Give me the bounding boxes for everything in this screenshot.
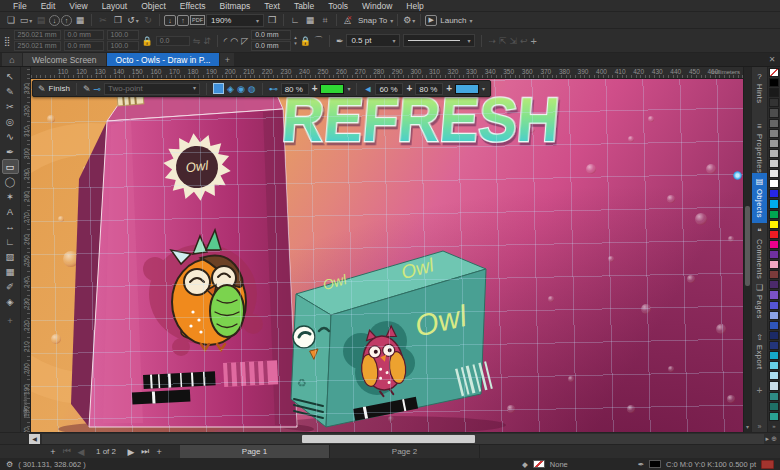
fill-preset-combo[interactable]: Two-point▾ bbox=[104, 83, 200, 95]
dimension-tool[interactable]: ↔ bbox=[2, 219, 19, 234]
mirror-horizontal-icon[interactable]: ⇋ bbox=[193, 36, 201, 46]
new-tab-button[interactable]: + bbox=[220, 53, 234, 66]
docker-expand-icon[interactable]: » bbox=[758, 423, 762, 432]
docker-close-icon[interactable]: ✕ bbox=[764, 53, 780, 66]
palette-swatch-10[interactable] bbox=[769, 179, 779, 188]
freehand-tool[interactable]: ∿ bbox=[2, 129, 19, 144]
lock-ratio-icon[interactable]: 🔒 bbox=[142, 36, 153, 46]
palette-swatch-22[interactable] bbox=[769, 301, 779, 310]
publish-pdf-button[interactable]: PDF bbox=[190, 15, 205, 25]
fill-nodes-icon[interactable]: ⊸ bbox=[93, 84, 101, 94]
node-opacity-2-field[interactable]: 60 % bbox=[375, 83, 403, 95]
undo-button[interactable]: ↺▾ bbox=[126, 13, 140, 27]
palette-swatch-0[interactable] bbox=[769, 78, 779, 87]
rulers-toggle-button[interactable]: ∟ bbox=[288, 13, 302, 27]
corner-radius-1-field[interactable]: 0.0 mm bbox=[251, 30, 291, 40]
palette-swatch-24[interactable] bbox=[769, 321, 779, 330]
page-tab-2[interactable]: Page 2 bbox=[330, 445, 480, 458]
palette-swatch-27[interactable] bbox=[769, 351, 779, 360]
tab-document-active[interactable]: Octo - Owls - Draw in P... bbox=[107, 53, 220, 66]
horizontal-scrollbar[interactable] bbox=[42, 434, 764, 444]
ellipse-tool[interactable]: ◯ bbox=[2, 174, 19, 189]
add-page-button-left[interactable]: + bbox=[46, 447, 60, 457]
convert-curves-icon[interactable]: ↩ bbox=[520, 36, 528, 46]
elliptical-fountain-fill-icon[interactable]: ◉ bbox=[237, 84, 245, 94]
text-tool[interactable]: A bbox=[2, 204, 19, 219]
palette-swatch-18[interactable] bbox=[769, 260, 779, 269]
scroll-right-button[interactable]: ▸ bbox=[766, 435, 770, 443]
palette-swatch-26[interactable] bbox=[769, 341, 779, 350]
snap-to-label[interactable]: Snap To bbox=[356, 16, 389, 25]
uniform-fill-icon[interactable] bbox=[213, 83, 224, 94]
horizontal-ruler[interactable]: millimeters 1101201301401501601701801902… bbox=[31, 67, 743, 79]
menu-table[interactable]: Table bbox=[287, 1, 321, 11]
node-opacity-1-field[interactable]: 80 % bbox=[281, 83, 309, 95]
to-back-icon[interactable]: ⇲ bbox=[510, 36, 518, 46]
palette-swatch-31[interactable] bbox=[769, 392, 779, 401]
export-button[interactable]: ↑ bbox=[177, 15, 189, 26]
node-opacity-3-field[interactable]: 80 % bbox=[415, 83, 443, 95]
palette-swatch-1[interactable] bbox=[769, 88, 779, 97]
docker-tab-comments[interactable]: ❝Comments bbox=[752, 223, 768, 279]
color-proof-icon[interactable] bbox=[761, 460, 774, 469]
pan-zoom-icon[interactable]: ⊕ bbox=[771, 435, 777, 443]
home-tab[interactable]: ⌂ bbox=[2, 53, 22, 66]
palette-expand-icon[interactable]: » bbox=[769, 422, 779, 431]
add-property-button[interactable]: + bbox=[531, 35, 537, 47]
fill-none-swatch[interactable] bbox=[533, 460, 545, 468]
menu-tools[interactable]: Tools bbox=[321, 1, 355, 11]
docker-tab-hints[interactable]: ?Hints bbox=[752, 68, 768, 118]
line-style-combo[interactable]: ▾ bbox=[403, 34, 475, 47]
vertical-scroll-thumb[interactable] bbox=[745, 206, 750, 286]
scalloped-corner-icon[interactable]: ◠ bbox=[230, 36, 238, 46]
shape-tool[interactable]: ✎ bbox=[2, 84, 19, 99]
import-button[interactable]: ↓ bbox=[164, 15, 176, 26]
scroll-down-arrow[interactable]: ▾ bbox=[744, 423, 751, 432]
fullscreen-preview-button[interactable]: ❒ bbox=[265, 13, 279, 27]
drawing-canvas[interactable]: Owl bbox=[31, 79, 743, 432]
palette-swatch-30[interactable] bbox=[769, 381, 779, 390]
docker-add-button[interactable]: + bbox=[757, 385, 763, 396]
outline-width-combo[interactable]: 0.5 pt▾ bbox=[346, 34, 400, 47]
menu-object[interactable]: Object bbox=[134, 1, 173, 11]
palette-swatch-11[interactable] bbox=[769, 189, 779, 198]
palette-swatch-33[interactable] bbox=[769, 412, 779, 421]
last-page-button[interactable]: ⏭ bbox=[138, 446, 152, 457]
polygon-tool[interactable]: ✶ bbox=[2, 189, 19, 204]
menu-bitmaps[interactable]: Bitmaps bbox=[213, 1, 258, 11]
mesh-fill-tool[interactable]: ▦ bbox=[2, 264, 19, 279]
palette-swatch-2[interactable] bbox=[769, 98, 779, 107]
palette-swatch-7[interactable] bbox=[769, 149, 779, 158]
options-gear-button[interactable]: ⚙▾ bbox=[402, 13, 416, 27]
first-page-button[interactable]: ⏮ bbox=[60, 446, 74, 457]
object-origin-icon[interactable]: ⣿ bbox=[4, 36, 11, 46]
status-gear-icon[interactable]: ⚙ bbox=[6, 460, 13, 469]
tab-welcome-screen[interactable]: Welcome Screen bbox=[23, 53, 106, 66]
node-color-swatch-2[interactable] bbox=[455, 84, 479, 94]
outline-color-swatch[interactable] bbox=[649, 460, 661, 468]
finish-button[interactable]: ✎ Finish bbox=[38, 84, 70, 94]
menu-file[interactable]: File bbox=[6, 1, 34, 11]
docker-tab-properties[interactable]: ≡Properties bbox=[752, 118, 768, 173]
transparency-tool[interactable]: ▨ bbox=[2, 249, 19, 264]
relative-corner-icon[interactable]: ⌒ bbox=[314, 34, 323, 47]
palette-swatch-12[interactable] bbox=[769, 199, 779, 208]
launch-label[interactable]: Launch bbox=[438, 16, 468, 25]
eyedropper-tool[interactable]: ✐ bbox=[2, 279, 19, 294]
zoom-tool[interactable]: ◎ bbox=[2, 114, 19, 129]
object-height-field[interactable]: 0.0 mm bbox=[64, 41, 104, 51]
palette-swatch-4[interactable] bbox=[769, 119, 779, 128]
next-page-button[interactable]: ▶ bbox=[124, 447, 138, 457]
object-y-field[interactable]: 250.021 mm bbox=[14, 41, 61, 51]
cut-button[interactable]: ✂ bbox=[96, 13, 110, 27]
palette-swatch-19[interactable] bbox=[769, 270, 779, 279]
corner-radius-2-field[interactable]: 0.0 mm bbox=[251, 41, 291, 51]
rotation-angle-field[interactable]: 0.0 bbox=[156, 36, 190, 46]
new-document-button[interactable]: ❏ bbox=[4, 13, 18, 27]
palette-swatch-17[interactable] bbox=[769, 250, 779, 259]
add-tool[interactable]: + bbox=[2, 313, 19, 328]
guidelines-toggle-button[interactable]: ⌗ bbox=[318, 13, 332, 27]
add-page-button-right[interactable]: + bbox=[152, 447, 166, 457]
palette-swatch-20[interactable] bbox=[769, 280, 779, 289]
crop-tool[interactable]: ✂ bbox=[2, 99, 19, 114]
